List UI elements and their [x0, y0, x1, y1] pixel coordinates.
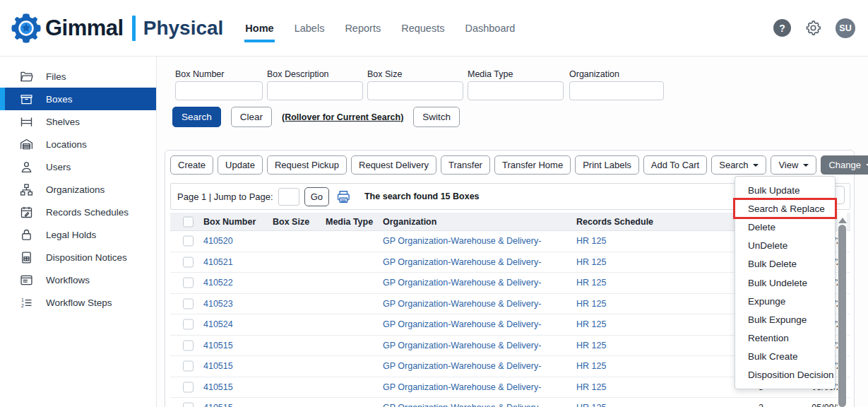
rollover-current-search-link[interactable]: (Rollover for Current Search)	[282, 112, 403, 122]
view-dropdown-button[interactable]: View	[771, 155, 816, 175]
box-number-link[interactable]: 410515	[203, 341, 233, 350]
organization-link[interactable]: GP Organization-Warehouse & Delivery-	[383, 257, 541, 267]
box-number-link[interactable]: 410515	[203, 361, 233, 371]
organization-link[interactable]: GP Organization-Warehouse & Delivery-	[383, 382, 541, 392]
change-menu-item[interactable]: Delete	[735, 218, 835, 236]
row-checkbox[interactable]	[183, 319, 194, 330]
nav-labels[interactable]: Labels	[294, 18, 326, 38]
print-labels-button[interactable]: Print Labels	[575, 155, 639, 175]
box-number-link[interactable]: 410523	[203, 299, 233, 309]
sidebar-item-locations[interactable]: Locations	[0, 133, 156, 155]
sidebar-item-users[interactable]: Users	[0, 155, 156, 178]
row-checkbox[interactable]	[183, 361, 194, 372]
user-avatar[interactable]: SU	[836, 18, 855, 38]
search-button[interactable]: Search	[172, 107, 221, 127]
select-all-checkbox[interactable]	[183, 216, 194, 227]
sidebar-item-legal-holds[interactable]: Legal Holds	[0, 223, 156, 246]
add-to-cart-button[interactable]: Add To Cart	[643, 155, 707, 175]
box-number-link[interactable]: 410515	[203, 403, 233, 407]
records-schedule-link[interactable]: HR 125	[576, 361, 606, 371]
organization-link[interactable]: GP Organization-Warehouse & Delivery-	[383, 341, 541, 350]
sidebar-item-shelves[interactable]: Shelves	[0, 110, 156, 133]
clear-button[interactable]: Clear	[231, 107, 272, 127]
column-header-box-size[interactable]: Box Size	[273, 217, 309, 227]
change-menu-item[interactable]: Bulk Delete	[735, 255, 835, 273]
scroll-up-arrow-icon[interactable]	[838, 213, 847, 223]
organization-link[interactable]: GP Organization-Warehouse & Delivery-	[383, 361, 541, 371]
column-header-organization[interactable]: Organization	[383, 217, 436, 227]
request-pickup-button[interactable]: Request Pickup	[267, 155, 347, 175]
transfer-home-button[interactable]: Transfer Home	[494, 155, 571, 175]
records-schedule-link[interactable]: HR 125	[576, 319, 606, 329]
media-type-input[interactable]	[468, 81, 564, 100]
create-button[interactable]: Create	[170, 155, 213, 175]
settings-gear-icon[interactable]	[804, 19, 822, 37]
box-description-input[interactable]	[267, 81, 363, 100]
search-dropdown-button[interactable]: Search	[711, 155, 766, 175]
update-button[interactable]: Update	[218, 155, 263, 175]
change-menu-item[interactable]: UnDelete	[735, 237, 835, 255]
row-checkbox[interactable]	[183, 236, 194, 247]
box-size-input[interactable]	[367, 81, 463, 100]
box-number-input[interactable]	[175, 81, 263, 100]
go-button[interactable]: Go	[304, 187, 329, 206]
nav-dashboard[interactable]: Dashboard	[464, 18, 516, 38]
row-checkbox[interactable]	[183, 340, 194, 350]
help-button[interactable]: ?	[773, 19, 791, 37]
scrollbar-thumb[interactable]	[838, 225, 846, 407]
box-number-link[interactable]: 410524	[203, 319, 233, 329]
organization-link[interactable]: GP Organization-Warehouse & Delivery-	[383, 403, 541, 407]
box-number-link[interactable]: 410515	[203, 382, 233, 392]
box-number-link[interactable]: 410521	[203, 257, 233, 267]
change-menu-item[interactable]: Search & Replace	[735, 199, 835, 218]
svg-text:1: 1	[21, 297, 24, 302]
organization-link[interactable]: GP Organization-Warehouse & Delivery-	[383, 299, 541, 309]
records-schedule-link[interactable]: HR 125	[576, 299, 606, 309]
nav-home[interactable]: Home	[244, 18, 274, 38]
sidebar-item-files[interactable]: Files	[0, 65, 156, 88]
printer-icon[interactable]	[336, 190, 351, 204]
change-menu-item[interactable]: Bulk Create	[735, 348, 835, 366]
column-header-media-type[interactable]: Media Type	[326, 217, 373, 227]
sidebar-item-workflow-steps[interactable]: 12 Workflow Steps	[0, 291, 156, 314]
records-schedule-link[interactable]: HR 125	[576, 403, 606, 407]
row-checkbox[interactable]	[183, 278, 194, 288]
column-header-box-number[interactable]: Box Number	[203, 217, 256, 227]
records-schedule-link[interactable]: HR 125	[576, 341, 606, 350]
organization-link[interactable]: GP Organization-Warehouse & Delivery-	[383, 319, 541, 329]
change-menu-item[interactable]: Bulk Update	[735, 181, 835, 199]
organization-link[interactable]: GP Organization-Warehouse & Delivery-	[383, 236, 541, 246]
change-menu-item[interactable]: Bulk Undelete	[735, 273, 835, 292]
row-checkbox[interactable]	[183, 382, 194, 392]
box-number-link[interactable]: 410522	[203, 278, 233, 288]
change-menu-item[interactable]: Expunge	[735, 292, 835, 310]
nav-requests[interactable]: Requests	[400, 18, 445, 38]
transfer-button[interactable]: Transfer	[441, 155, 490, 175]
change-menu-item[interactable]: Bulk Expunge	[735, 310, 835, 329]
jump-to-page-input[interactable]	[278, 188, 299, 206]
sidebar-item-records-schedules[interactable]: Records Schedules	[0, 201, 156, 223]
sidebar-item-organizations[interactable]: Organizations	[0, 178, 156, 201]
request-delivery-button[interactable]: Request Delivery	[351, 155, 436, 175]
box-icon	[19, 92, 34, 107]
row-checkbox[interactable]	[183, 256, 194, 267]
organization-link[interactable]: GP Organization-Warehouse & Delivery-	[383, 278, 541, 288]
sidebar-item-workflows[interactable]: Workflows	[0, 269, 156, 291]
records-schedule-link[interactable]: HR 125	[576, 257, 606, 267]
organization-input[interactable]	[569, 81, 664, 100]
nav-reports[interactable]: Reports	[344, 18, 381, 38]
box-number-link[interactable]: 410520	[203, 236, 233, 246]
row-checkbox[interactable]	[183, 298, 194, 309]
records-schedule-link[interactable]: HR 125	[576, 278, 606, 288]
records-schedule-link[interactable]: HR 125	[576, 382, 606, 392]
sidebar-item-disposition-notices[interactable]: Disposition Notices	[0, 246, 156, 269]
row-checkbox[interactable]	[183, 403, 194, 407]
sidebar-item-boxes[interactable]: Boxes	[0, 88, 156, 110]
change-menu-item[interactable]: Disposition Decision	[735, 366, 835, 384]
switch-button[interactable]: Switch	[413, 107, 460, 127]
change-dropdown-button[interactable]: Change	[821, 155, 868, 175]
column-header-records-schedule[interactable]: Records Schedule	[576, 217, 653, 227]
records-schedule-link[interactable]: HR 125	[576, 236, 606, 246]
change-menu-item[interactable]: Retention	[735, 329, 835, 348]
table-scrollbar[interactable]	[838, 212, 847, 407]
